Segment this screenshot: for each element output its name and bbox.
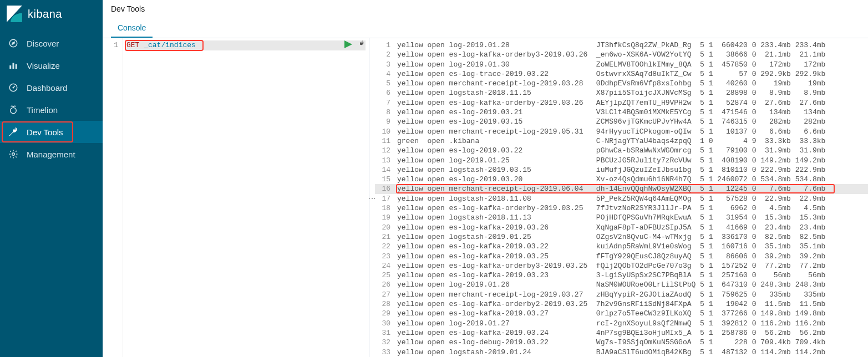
request-method: GET: [126, 41, 139, 49]
output-line-number: 31: [375, 328, 395, 338]
output-line-number: 22: [375, 242, 395, 251]
output-row: 14yellow open logstash-2019.03.15 iuMufj…: [375, 165, 868, 175]
pane-resizer[interactable]: ⋮: [369, 38, 375, 357]
output-line-text: yellow open es-log-2019.03.20 Xv-oz4QsQd…: [395, 175, 868, 184]
management-icon: [8, 149, 19, 160]
brand-logo[interactable]: kibana: [0, 0, 103, 28]
editor-body[interactable]: GET _cat/indices: [123, 38, 369, 357]
output-row: 20yellow open es-log-kafka-2019.03.26 Xq…: [375, 223, 868, 232]
console-panes: 1 GET _cat/indices: [103, 38, 868, 357]
app-root: kibana DiscoverVisualizeDashboardTimelio…: [0, 0, 868, 357]
output-line-text: yellow open logstash-2018.11.08 5P_PekZ5…: [395, 194, 868, 203]
output-line-text: yellow open log-2019.01.30 ZoWELMV8TOOhl…: [395, 60, 868, 69]
output-row: 8yellow open es-log-2019.03.21 V3LClt4BQ…: [375, 108, 868, 117]
run-button[interactable]: [344, 40, 352, 50]
output-line-number: 21: [375, 232, 395, 242]
output-row: 25yellow open es-log-kafka-2019.03.23 3-…: [375, 271, 868, 280]
svg-rect-3: [13, 63, 14, 69]
svg-point-8: [12, 153, 15, 156]
main-area: Dev Tools Console 1 GET _cat/indices: [103, 0, 868, 357]
output-line-text: yellow open merchant-receipt-log-2019.05…: [395, 127, 868, 136]
sidebar-item-devtools[interactable]: Dev Tools: [0, 121, 103, 143]
output-line-text: yellow open es-log-kafka-orderby3-2019.0…: [395, 50, 868, 59]
output-line-number: 28: [375, 299, 395, 309]
output-line-text: yellow open es-log-debug-2019.03.22 Wg7s…: [395, 338, 868, 347]
output-line-text: yellow open es-log-2019.03.22 pGhwCa-bSR…: [395, 146, 868, 155]
output-line-number: 3: [375, 60, 395, 69]
output-line-number: 29: [375, 309, 395, 318]
dashboard-icon: [8, 82, 19, 93]
sidebar-item-label: Visualize: [27, 61, 60, 70]
output-row: 12yellow open es-log-2019.03.22 pGhwCa-b…: [375, 146, 868, 155]
editor-content[interactable]: 1 GET _cat/indices: [103, 38, 369, 357]
output-line-number: 7: [375, 98, 395, 108]
output-line-number: 25: [375, 271, 395, 280]
output-line-number: 17: [375, 194, 395, 203]
output-line-text: yellow open es-log-kafka-orderby-2019.03…: [395, 98, 868, 108]
output-row: 1yellow open log-2019.01.28 JT3hfkCsQ8q2…: [375, 40, 868, 50]
sidebar-item-label: Dev Tools: [27, 128, 63, 137]
page-title: Dev Tools: [111, 4, 860, 13]
timelion-icon: [8, 104, 19, 115]
output-line-text: yellow open es-log-kafka-2019.03.24 4nP7…: [395, 328, 868, 338]
output-line-number: 33: [375, 348, 395, 357]
output-line-text: yellow open merchant-receipt-log-2019.03…: [395, 79, 868, 88]
output-line-number: 8: [375, 108, 395, 117]
output-row: 28yellow open es-log-kafka-orderby2-2019…: [375, 299, 868, 309]
sidebar-item-discover[interactable]: Discover: [0, 32, 103, 54]
output-line-text: yellow open logstash-2019.03.15 iuMufjJG…: [395, 165, 868, 175]
svg-rect-4: [16, 64, 17, 69]
output-line-number: 32: [375, 338, 395, 347]
output-line-number: 14: [375, 165, 395, 175]
request-editor[interactable]: 1 GET _cat/indices: [103, 38, 369, 357]
page-header: Dev Tools Console: [103, 0, 868, 38]
output-row: 4yellow open es-log-trace-2019.03.22 Ost…: [375, 69, 868, 79]
devtools-icon: [8, 126, 19, 137]
wrench-icon[interactable]: [357, 40, 364, 50]
sidebar-item-dashboard[interactable]: Dashboard: [0, 76, 103, 99]
output-line-text: yellow open es-log-2019.03.15 ZCMS96vjTG…: [395, 117, 868, 126]
kibana-logo-icon: [7, 6, 22, 22]
response-output[interactable]: 1yellow open log-2019.01.28 JT3hfkCsQ8q2…: [375, 38, 868, 357]
output-line-text: yellow open es-log-kafka-orderby-2019.03…: [395, 203, 868, 213]
output-row: 33yellow open logstash-2019.01.24 BJA9aC…: [375, 348, 868, 357]
tab-console[interactable]: Console: [111, 19, 153, 38]
output-row: 10yellow open merchant-receipt-log-2019.…: [375, 127, 868, 136]
sidebar-item-label: Timelion: [27, 105, 58, 115]
output-line-text: yellow open merchant-receipt-log-2019.06…: [395, 184, 868, 193]
output-line-number: 10: [375, 127, 395, 136]
output-line-number: 30: [375, 319, 395, 328]
output-line-text: yellow open log-2019.01.25 PBCUzJG5RJul1…: [395, 156, 868, 165]
output-line-number: 2: [375, 50, 395, 59]
editor-actions: [344, 40, 364, 50]
output-line-text: yellow open log-2019.01.26 NaSM0WOURoeO0…: [395, 280, 868, 289]
output-line-text: green open .kibana C-NRjagYTYaU4baqs4zpq…: [395, 136, 868, 146]
output-row: 5yellow open merchant-receipt-log-2019.0…: [375, 79, 868, 88]
output-line-number: 24: [375, 261, 395, 271]
sidebar-item-visualize[interactable]: Visualize: [0, 54, 103, 76]
sidebar-item-management[interactable]: Management: [0, 143, 103, 165]
sidebar: kibana DiscoverVisualizeDashboardTimelio…: [0, 0, 103, 357]
output-line-text: yellow open es-log-2019.03.21 V3LClt4BQS…: [395, 108, 868, 117]
svg-marker-1: [12, 42, 15, 45]
output-line-number: 13: [375, 156, 395, 165]
editor-line[interactable]: GET _cat/indices: [126, 40, 366, 50]
request-url: _cat/indices: [144, 41, 196, 49]
output-row: 13yellow open log-2019.01.25 PBCUzJG5RJu…: [375, 156, 868, 165]
output-line-number: 9: [375, 117, 395, 126]
output-line-number: 12: [375, 146, 395, 155]
output-line-text: yellow open es-log-kafka-2019.03.25 fFTg…: [395, 252, 868, 261]
output-line-text: yellow open es-log-kafka-orderby3-2019.0…: [395, 261, 868, 271]
visualize-icon: [8, 60, 19, 71]
output-row: 15yellow open es-log-2019.03.20 Xv-oz4Qs…: [375, 175, 868, 184]
output-row: 27yellow open merchant-receipt-log-2019.…: [375, 290, 868, 299]
output-row: 9yellow open es-log-2019.03.15 ZCMS96vjT…: [375, 117, 868, 126]
output-row: 3yellow open log-2019.01.30 ZoWELMV8TOOh…: [375, 60, 868, 69]
output-row: 11green open .kibana C-NRjagYTYaU4baqs4z…: [375, 136, 868, 146]
output-row: 18yellow open es-log-kafka-orderby-2019.…: [375, 203, 868, 213]
sidebar-item-timelion[interactable]: Timelion: [0, 99, 103, 121]
output-row: 30yellow open log-2019.01.27 rcI-2gnXSoy…: [375, 319, 868, 328]
sidebar-item-label: Management: [27, 150, 75, 159]
editor-gutter: 1: [103, 38, 123, 357]
output-line-number: 23: [375, 252, 395, 261]
